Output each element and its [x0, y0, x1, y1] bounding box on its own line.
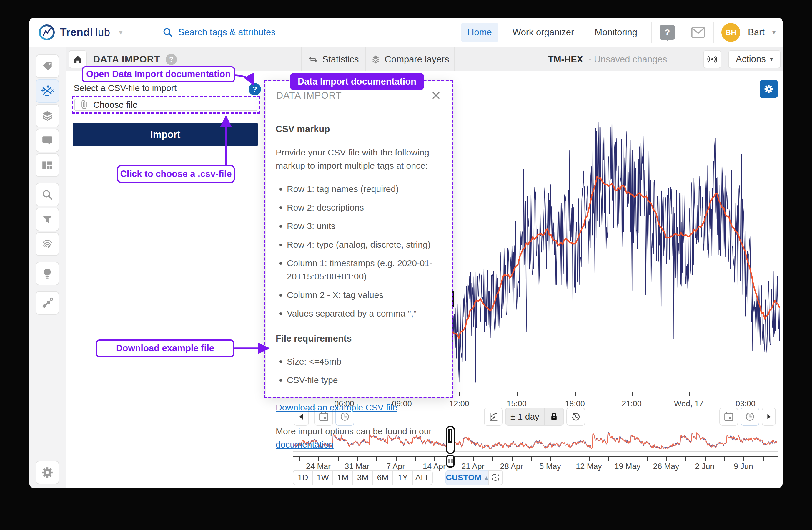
date-label: 19 May [614, 462, 641, 471]
chevron-right-icon [766, 413, 772, 420]
actions-button[interactable]: Actions ▾ [728, 50, 781, 68]
chevron-down-icon[interactable]: ▾ [119, 28, 122, 37]
data-import-doc-panel: DATA IMPORT CSV markup Provide your CSV-… [266, 81, 452, 397]
sidebar-item-formulas[interactable] [35, 79, 59, 103]
tab-monitoring[interactable]: Monitoring [588, 23, 644, 42]
csv-markup-list: Row 1: tag names (required) Row 2: descr… [276, 182, 441, 320]
home-button[interactable] [69, 50, 87, 68]
filter-icon [41, 213, 54, 225]
dashboard-icon [41, 159, 54, 171]
brand-name: TrendHub [60, 26, 110, 39]
tab-compare-layers[interactable]: Compare layers [366, 47, 454, 71]
file-requirements-heading: File requirements [276, 332, 441, 346]
fit-view-icon [492, 473, 500, 482]
divider [683, 22, 683, 43]
divider [151, 22, 152, 43]
sidebar-item-context[interactable] [35, 291, 59, 315]
more-options-text: More import options can be found in our … [276, 424, 441, 451]
list-item: Values separated by a comma "," [287, 307, 441, 320]
help-icon[interactable]: ? [659, 25, 675, 40]
sidebar-item-recommendations[interactable] [35, 262, 59, 285]
tab-statistics[interactable]: Statistics [302, 47, 365, 71]
zoom-1y-button[interactable]: 1Y [393, 470, 413, 485]
help-icon[interactable]: ? [165, 54, 177, 65]
search-bar[interactable]: Search tags & attributes [162, 18, 276, 47]
fingerprint-icon [41, 238, 54, 250]
chevron-up-icon: ▴ [485, 474, 488, 481]
sidebar-item-filter[interactable] [35, 208, 59, 231]
brand[interactable]: TrendHub ▾ [38, 18, 122, 47]
search-icon [162, 27, 173, 38]
documentation-link[interactable]: documentation [276, 440, 334, 449]
bulb-icon [41, 267, 54, 280]
sidebar-item-layers[interactable] [35, 104, 59, 127]
x-tick-label: 15:00 [507, 399, 527, 408]
x-tick-label: 18:00 [565, 399, 585, 408]
tab-work-organizer[interactable]: Work organizer [506, 23, 581, 42]
lock-control[interactable] [544, 408, 563, 425]
time-range-control[interactable]: ± 1 day [505, 407, 564, 426]
sidebar-item-settings[interactable] [35, 461, 59, 484]
user-name[interactable]: Bart [748, 27, 765, 38]
mail-icon[interactable] [691, 27, 706, 38]
sidebar [29, 47, 66, 488]
sidebar-item-dashboard[interactable] [35, 153, 59, 177]
sidebar-item-fingerprint[interactable] [35, 232, 59, 256]
divider [454, 47, 454, 71]
layers-icon [41, 110, 54, 122]
close-icon[interactable] [431, 90, 441, 100]
step-forward-button[interactable] [762, 407, 776, 426]
fit-view-button[interactable] [488, 470, 503, 485]
x-tick-label: 12:00 [449, 399, 469, 408]
calendar-end-button[interactable] [719, 407, 738, 426]
app-window: TrendHub ▾ Search tags & attributes Home… [29, 18, 783, 488]
annotation-callout-open-doc: Open Data Import documentation [82, 66, 235, 82]
avatar[interactable]: BH [721, 23, 740, 42]
x-tick-label: Wed, 17 [674, 399, 704, 408]
sidebar-item-search[interactable] [35, 183, 59, 206]
time-range-label[interactable]: ± 1 day [506, 412, 544, 422]
broadcast-icon [707, 54, 718, 65]
tab-home[interactable]: Home [461, 23, 498, 42]
annotation-callout-download: Download example file [96, 339, 234, 357]
sidebar-item-comments[interactable] [35, 129, 59, 152]
download-example-link[interactable]: Download an example CSV-file [276, 401, 397, 414]
date-label: 9 Jun [734, 462, 753, 471]
zoom-1w-button[interactable]: 1W [313, 470, 333, 485]
doc-panel-title: DATA IMPORT [276, 90, 342, 101]
data-import-help-icon[interactable]: ? [249, 83, 261, 95]
history-button[interactable] [566, 407, 585, 426]
chart-settings-button[interactable] [760, 80, 778, 98]
zoom-3m-button[interactable]: 3M [353, 470, 373, 485]
zoom-1m-button[interactable]: 1M [333, 470, 353, 485]
live-mode-button[interactable] [703, 50, 721, 68]
date-label: 26 May [653, 462, 679, 471]
zoom-1d-button[interactable]: 1D [293, 470, 313, 485]
time-end-button[interactable] [740, 407, 759, 426]
gear-icon [41, 466, 54, 479]
sidebar-item-tags[interactable] [35, 55, 59, 78]
graph-icon [41, 297, 54, 309]
trend-chart[interactable] [452, 99, 780, 392]
annotation-pill-doc: Data Import documentation [290, 73, 424, 90]
view-name: TM-HEX [548, 54, 583, 65]
divider [651, 22, 652, 43]
import-button[interactable]: Import [73, 123, 258, 147]
zoom-6m-button[interactable]: 6M [373, 470, 393, 485]
formula-icon [41, 84, 54, 98]
list-item: Row 1: tag names (required) [287, 182, 441, 196]
swap-arrows-icon [308, 55, 318, 65]
chevron-down-icon[interactable]: ▾ [772, 29, 775, 36]
zoom-all-button[interactable]: ALL [413, 470, 433, 485]
actions-label: Actions [736, 54, 766, 65]
interpolation-mode-button[interactable] [484, 407, 503, 426]
list-item: CSV-file type [287, 373, 441, 387]
custom-range-button[interactable]: CUSTOM ▴ [446, 470, 488, 485]
search-input[interactable]: Search tags & attributes [178, 27, 276, 38]
home-icon [72, 54, 83, 65]
timeline-slider-grip[interactable] [446, 455, 454, 468]
choose-file-input[interactable]: Choose file [74, 99, 258, 111]
x-tick-label: 03:00 [736, 399, 755, 408]
date-label: 5 May [539, 462, 561, 471]
file-requirements-list: Size: <=45mb CSV-file type [276, 355, 441, 387]
